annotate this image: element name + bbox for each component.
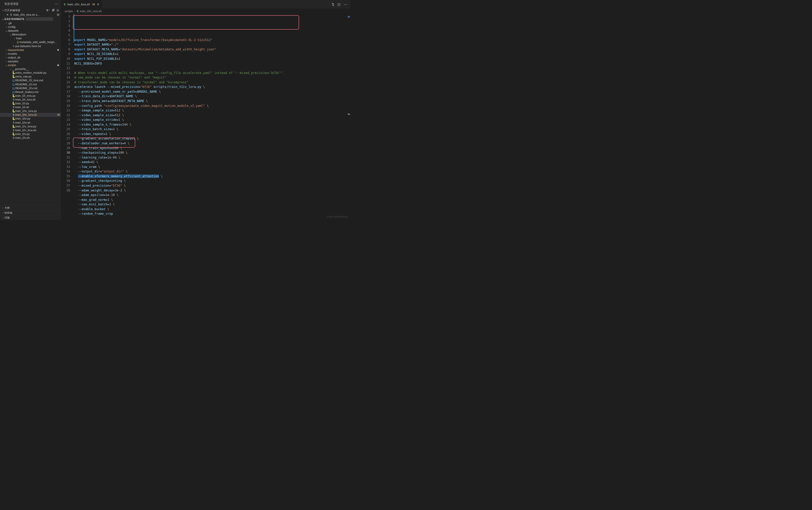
- code-line[interactable]: [74, 66, 350, 70]
- breadcrumb-part[interactable]: train_t2iv_lora.sh: [80, 10, 101, 13]
- workspace-header[interactable]: ⌄ EASYANIMATE: [0, 17, 61, 21]
- code-line[interactable]: --random_frame_crop: [74, 211, 350, 216]
- tree-file[interactable]: 🐍train_t2v.py: [0, 132, 61, 136]
- code-line[interactable]: export NCCL_IB_DISABLE=1: [74, 52, 350, 56]
- tree-file[interactable]: 🐍train_t2iv_lora.py: [0, 109, 61, 113]
- more-actions-icon[interactable]: ⋯: [344, 2, 347, 6]
- tree-file[interactable]: 🕮README_t2i.md: [0, 82, 61, 86]
- code-line[interactable]: --enable_xformers_memory_efficient_atten…: [74, 174, 350, 179]
- compare-changes-icon[interactable]: ⇅: [332, 2, 334, 6]
- tree-file[interactable]: $train_t2i.sh: [0, 105, 61, 109]
- code-line[interactable]: --mixed_precision="bf16" \: [74, 183, 350, 188]
- code-line[interactable]: accelerate launch --mixed_precision="bf1…: [74, 85, 350, 89]
- tree-file[interactable]: $train_t2i_lora.sh: [0, 98, 61, 102]
- code-line[interactable]: NCCL_DEBUG=INFO: [74, 61, 350, 66]
- code-line[interactable]: --learning_rate=1e-04 \: [74, 155, 350, 160]
- code-content[interactable]: export MODEL_NAME="models/Diffusion_Tran…: [74, 14, 350, 220]
- more-icon[interactable]: ⋯: [55, 2, 58, 6]
- code-line[interactable]: --video_repeat=1 \: [74, 132, 350, 137]
- code-line[interactable]: --image_sample_size=512 \: [74, 108, 350, 113]
- tree-file[interactable]: 🕮README_t2v.md: [0, 86, 61, 90]
- tree-file[interactable]: $train_t2v.sh: [0, 136, 61, 140]
- close-all-icon[interactable]: ⊟: [57, 9, 59, 12]
- split-editor-icon[interactable]: ◫: [337, 2, 340, 6]
- tree-folder[interactable]: ⌄scripts: [0, 63, 61, 67]
- tree-folder[interactable]: ⌄Minimalism: [0, 33, 61, 36]
- code-line[interactable]: --seed=42 \: [74, 160, 350, 165]
- code-line[interactable]: --gradient_accumulation_steps=1 \: [74, 136, 350, 141]
- line-number: 29: [61, 146, 70, 150]
- tree-file[interactable]: $train_t2v_lora.sh: [0, 129, 61, 132]
- code-line[interactable]: export MODEL_NAME="models/Diffusion_Tran…: [74, 37, 350, 42]
- tree-folder[interactable]: ›samples: [0, 59, 61, 63]
- code-line[interactable]: --train_data_dir=$DATASET_NAME \: [74, 94, 350, 99]
- tree-file[interactable]: 🐍train_t2v_lora.py: [0, 124, 61, 128]
- code-line[interactable]: --dataloader_num_workers=4 \: [74, 141, 350, 146]
- tree-file[interactable]: 🐍train_t2i_lora.py: [0, 94, 61, 98]
- code-editor[interactable]: 1234567891011121314151617181920212223242…: [61, 14, 351, 220]
- tree-file[interactable]: $train_t2iv_lora.shM: [0, 113, 61, 117]
- code-line[interactable]: --max_grad_norm=1 \: [74, 197, 350, 202]
- code-line[interactable]: --adam_weight_decay=3e-2 \: [74, 188, 350, 193]
- tree-folder[interactable]: ⌄datasets: [0, 29, 61, 33]
- tree-item-label: train_t2iv.py: [15, 117, 60, 120]
- tree-folder[interactable]: ›config: [0, 25, 61, 29]
- line-number: 28: [61, 141, 70, 146]
- tree-folder[interactable]: ›easyanimate: [0, 48, 61, 52]
- chevron-right-icon: ›: [5, 60, 8, 63]
- code-line[interactable]: --video_sample_size=512 \: [74, 113, 350, 117]
- code-line[interactable]: export DATASET_NAME="./": [74, 42, 350, 47]
- code-line[interactable]: # transformer_mode can be choosen in "no…: [74, 80, 350, 85]
- tree-file[interactable]: 🐍extra_motion_module.py: [0, 71, 61, 75]
- sidebar-section[interactable]: ›大纲: [0, 205, 61, 210]
- code-line[interactable]: export DATASET_META_NAME="datasets/Minim…: [74, 47, 350, 52]
- open-editor-item[interactable]: ✕$train_t2iv_lora.sh s...M: [0, 13, 61, 17]
- section-label: 时间线: [5, 211, 59, 215]
- code-line[interactable]: --adam_epsilon=1e-10 \: [74, 193, 350, 198]
- new-file-icon[interactable]: 🗎⁺: [46, 9, 50, 12]
- tree-folder[interactable]: ›.git: [0, 21, 61, 25]
- code-line[interactable]: --checkpointing_steps=100 \: [74, 150, 350, 155]
- tree-file[interactable]: 🐍extra_vae.py: [0, 75, 61, 79]
- code-line[interactable]: --train_batch_size=1 \: [74, 127, 350, 132]
- tree-folder[interactable]: ›models: [0, 52, 61, 56]
- code-line[interactable]: --pretrained_model_name_or_path=$MODEL_N…: [74, 89, 350, 94]
- tree-file[interactable]: 🐍train_t2iv.py: [0, 117, 61, 120]
- tree-folder[interactable]: ›output_dir: [0, 56, 61, 59]
- code-line[interactable]: --video_sample_n_frames=144 \: [74, 122, 350, 127]
- breadcrumb-part[interactable]: scripts: [64, 10, 73, 13]
- sidebar-section[interactable]: ›问题: [0, 215, 61, 220]
- open-editors-section[interactable]: ⌄ 打开的编辑器 🗎⁺ 🗐 ⊟: [0, 8, 61, 13]
- tree-folder[interactable]: ›train: [0, 36, 61, 40]
- code-line[interactable]: --enable_bucket \: [74, 207, 350, 211]
- sidebar-section[interactable]: ›时间线: [0, 210, 61, 215]
- close-icon[interactable]: ✕: [6, 13, 9, 16]
- code-line[interactable]: --gradient_checkpointing \: [74, 178, 350, 183]
- tree-file[interactable]: 🕮Result_Gallery.md: [0, 90, 61, 94]
- code-line[interactable]: --vae_mini_batch=1 \: [74, 202, 350, 207]
- modified-badge: M: [57, 13, 59, 16]
- code-line[interactable]: --output_dir="output_dir" \: [74, 169, 350, 174]
- tree-file[interactable]: $train_t2iv.sh: [0, 120, 61, 124]
- tab-active[interactable]: $ train_t2iv_lora.sh M ✕: [61, 0, 102, 9]
- tree-file[interactable]: ≡put datasets here.txt: [0, 44, 61, 48]
- code-line[interactable]: --num_train_epochs=100 \: [74, 146, 350, 150]
- code-line[interactable]: --video_sample_stride=1 \: [74, 117, 350, 122]
- overview-ruler[interactable]: [347, 14, 350, 220]
- code-line[interactable]: export NCCL_P2P_DISABLE=1: [74, 56, 350, 61]
- code-line[interactable]: --train_data_meta=$DATASET_META_NAME \: [74, 99, 350, 104]
- line-number: 15: [61, 80, 70, 85]
- code-line[interactable]: --low_vram \: [74, 164, 350, 169]
- tree-folder[interactable]: ›__pycache__: [0, 67, 61, 71]
- code-line[interactable]: # vae_mode can be choosen in "normal" an…: [74, 75, 350, 80]
- save-all-icon[interactable]: 🗐: [52, 9, 55, 12]
- breadcrumb[interactable]: scripts › $ train_t2iv_lora.sh: [61, 9, 351, 14]
- tree-file[interactable]: {}metadata_add_width_heigh...: [0, 40, 61, 44]
- close-icon[interactable]: ✕: [97, 3, 99, 6]
- tree-file[interactable]: 🕮README_t2i_lora.md: [0, 79, 61, 82]
- tree-file[interactable]: 🐍train_t2i.py: [0, 102, 61, 105]
- code-line[interactable]: --config_path "config/easyanimate_video_…: [74, 103, 350, 108]
- scroll-mark: [348, 113, 350, 115]
- code-line[interactable]: # When train model with multi machines, …: [74, 70, 350, 75]
- file-icon: $: [12, 98, 15, 101]
